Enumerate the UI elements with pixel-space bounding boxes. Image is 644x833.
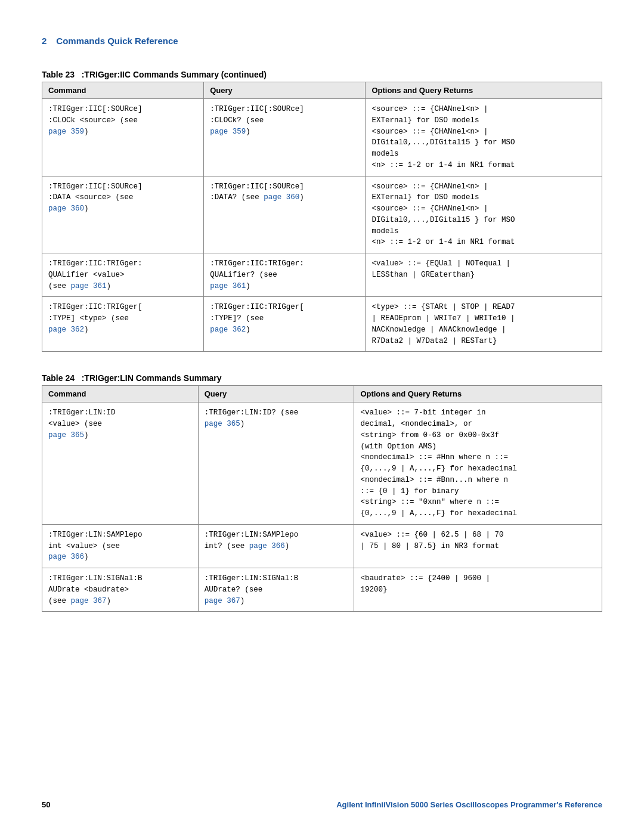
- link-page365-cmd[interactable]: page 365: [48, 431, 84, 439]
- link-page361-q[interactable]: page 361: [210, 282, 246, 290]
- link-page367-cmd[interactable]: page 367: [71, 597, 107, 605]
- cell-query: :TRIGger:IIC[:SOURce]:DATA? (see page 36…: [204, 176, 366, 253]
- table-row: :TRIGger:LIN:SAMPlepoint <value> (seepag…: [42, 524, 602, 568]
- table-row: :TRIGger:IIC[:SOURce]:CLOCk <source> (se…: [42, 99, 602, 176]
- link-page360-q[interactable]: page 360: [264, 193, 299, 202]
- cell-query: :TRIGger:LIN:ID? (seepage 365): [198, 402, 354, 525]
- table23-section: Table 23 :TRIGger:IIC Commands Summary (…: [42, 70, 602, 352]
- chapter-title: Commands Quick Reference: [56, 36, 178, 46]
- col-command-23: Command: [42, 82, 204, 99]
- col-options-24: Options and Query Returns: [354, 386, 602, 402]
- link-page361-cmd[interactable]: page 361: [71, 282, 107, 290]
- page-header: 2 Commands Quick Reference: [42, 36, 602, 46]
- cell-query: :TRIGger:LIN:SIGNal:BAUDrate? (seepage 3…: [198, 568, 354, 612]
- footer-title: Agilent InfiniiVision 5000 Series Oscill…: [336, 800, 602, 809]
- cell-command: :TRIGger:IIC:TRIGger:QUALifier <value>(s…: [42, 253, 204, 297]
- link-page366-q[interactable]: page 366: [249, 542, 285, 550]
- table-row: :TRIGger:LIN:SIGNal:BAUDrate <baudrate>(…: [42, 568, 602, 612]
- cell-options: <type> ::= {STARt | STOP | READ7| READEp…: [366, 297, 602, 352]
- table24-num: Table 24: [42, 373, 75, 383]
- link-page367-q[interactable]: page 367: [205, 597, 240, 605]
- table23-caption: Table 23 :TRIGger:IIC Commands Summary (…: [42, 70, 602, 79]
- cell-options: <source> ::= {CHANnel<n> |EXTernal} for …: [366, 99, 602, 176]
- table-row: :TRIGger:IIC:TRIGger[:TYPE] <type> (seep…: [42, 297, 602, 352]
- table23: Command Query Options and Query Returns …: [42, 82, 602, 352]
- link-page362-q[interactable]: page 362: [210, 326, 246, 334]
- cell-command: :TRIGger:LIN:SAMPlepoint <value> (seepag…: [42, 524, 199, 568]
- link-page365-q[interactable]: page 365: [205, 420, 240, 428]
- col-options-23: Options and Query Returns: [366, 82, 602, 99]
- cell-options: <source> ::= {CHANnel<n> |EXTernal} for …: [366, 176, 602, 253]
- col-command-24: Command: [42, 386, 199, 402]
- table24-title: :TRIGger:LIN Commands Summary: [77, 373, 222, 383]
- cell-command: :TRIGger:LIN:ID<value> (seepage 365): [42, 402, 199, 525]
- cell-command: :TRIGger:IIC:TRIGger[:TYPE] <type> (seep…: [42, 297, 204, 352]
- cell-options: <value> ::= {EQUal | NOTequal |LESSthan …: [366, 253, 602, 297]
- cell-query: :TRIGger:LIN:SAMPlepoint? (see page 366): [198, 524, 354, 568]
- cell-query: :TRIGger:IIC:TRIGger[:TYPE]? (seepage 36…: [204, 297, 366, 352]
- cell-command: :TRIGger:IIC[:SOURce]:DATA <source> (see…: [42, 176, 204, 253]
- table23-num: Table 23: [42, 70, 75, 79]
- cell-options: <value> ::= {60 | 62.5 | 68 | 70| 75 | 8…: [354, 524, 602, 568]
- table-row: :TRIGger:IIC[:SOURce]:DATA <source> (see…: [42, 176, 602, 253]
- col-query-23: Query: [204, 82, 366, 99]
- table24: Command Query Options and Query Returns …: [42, 385, 602, 612]
- cell-query: :TRIGger:IIC[:SOURce]:CLOCk? (seepage 35…: [204, 99, 366, 176]
- table23-title: :TRIGger:IIC Commands Summary (continued…: [77, 70, 267, 79]
- cell-command: :TRIGger:LIN:SIGNal:BAUDrate <baudrate>(…: [42, 568, 199, 612]
- cell-command: :TRIGger:IIC[:SOURce]:CLOCk <source> (se…: [42, 99, 204, 176]
- link-page366-cmd[interactable]: page 366: [48, 553, 84, 561]
- table24-caption: Table 24 :TRIGger:LIN Commands Summary: [42, 373, 602, 383]
- cell-options: <value> ::= 7-bit integer indecimal, <no…: [354, 402, 602, 525]
- table24-section: Table 24 :TRIGger:LIN Commands Summary C…: [42, 373, 602, 612]
- table-row: :TRIGger:IIC:TRIGger:QUALifier <value>(s…: [42, 253, 602, 297]
- link-page359-cmd1[interactable]: page 359: [48, 128, 84, 136]
- link-page359-q1[interactable]: page 359: [210, 128, 246, 136]
- cell-query: :TRIGger:IIC:TRIGger:QUALifier? (seepage…: [204, 253, 366, 297]
- link-page362-cmd[interactable]: page 362: [48, 326, 84, 334]
- link-page360-cmd[interactable]: page 360: [48, 205, 84, 213]
- cell-options: <baudrate> ::= {2400 | 9600 |19200}: [354, 568, 602, 612]
- page-footer: 50 Agilent InfiniiVision 5000 Series Osc…: [0, 800, 644, 809]
- table-row: :TRIGger:LIN:ID<value> (seepage 365) :TR…: [42, 402, 602, 525]
- chapter-num: 2: [42, 36, 47, 46]
- col-query-24: Query: [198, 386, 354, 402]
- footer-page-num: 50: [42, 800, 50, 809]
